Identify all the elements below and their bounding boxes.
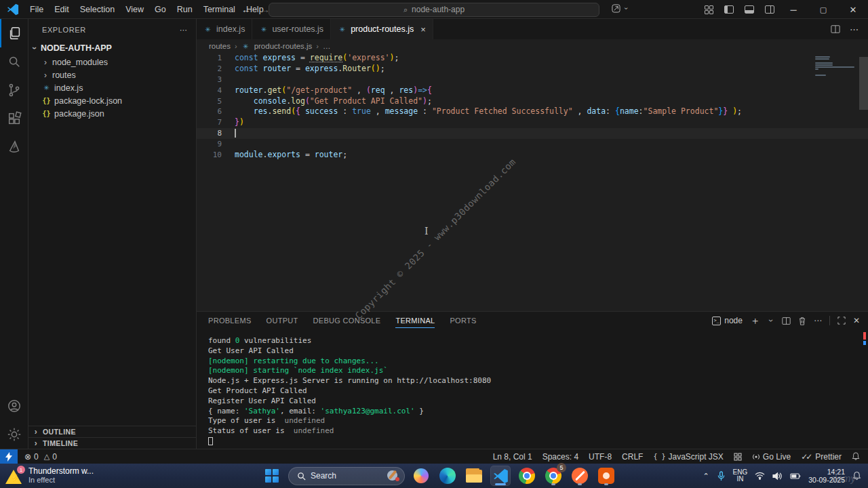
- editor-caret: [235, 129, 236, 138]
- start-button[interactable]: [262, 466, 282, 486]
- toggle-secondary-sidebar-icon[interactable]: [765, 5, 774, 14]
- problems-status[interactable]: ⊗ 0 △ 0: [18, 452, 57, 462]
- microphone-icon[interactable]: [717, 471, 726, 481]
- tray-chevron-up-icon[interactable]: ⌃: [703, 472, 709, 481]
- new-terminal-icon[interactable]: ＋: [750, 314, 760, 327]
- tab-index.js[interactable]: ✳index.js: [197, 19, 252, 39]
- chrome-badge: 5: [557, 463, 566, 472]
- file-tree-item[interactable]: {}package-lock.json: [28, 94, 196, 107]
- extension-grid-icon[interactable]: [734, 453, 742, 461]
- extensions-activity-icon[interactable]: [0, 104, 28, 133]
- chrome-profile2-taskbar-icon[interactable]: 5: [543, 466, 564, 486]
- command-center-search[interactable]: ⌕ node-auth-app: [269, 3, 599, 17]
- indent-indicator[interactable]: Spaces: 4: [542, 452, 578, 462]
- section-outline[interactable]: ›OUTLINE: [28, 426, 196, 437]
- editor-scrollbar[interactable]: [859, 57, 868, 110]
- explorer-activity-icon[interactable]: [0, 19, 28, 47]
- terminal-scrollbar[interactable]: [863, 332, 866, 345]
- remote-indicator[interactable]: [0, 449, 18, 464]
- weather-widget[interactable]: ⚡ 1 Thunderstorm w... In effect: [5, 464, 94, 488]
- file-tree-item[interactable]: ✳index.js: [28, 81, 196, 94]
- breadcrumb-item[interactable]: …: [323, 42, 331, 50]
- battery-icon[interactable]: [790, 472, 801, 480]
- panel-tab-debug-console[interactable]: DEBUG CONSOLE: [313, 313, 381, 328]
- split-terminal-icon[interactable]: [782, 317, 791, 325]
- maximize-button[interactable]: ▢: [808, 0, 838, 19]
- terminal-dropdown-icon[interactable]: ›: [766, 317, 776, 324]
- breadcrumb-item[interactable]: product-routes.js: [254, 42, 313, 50]
- language-indicator[interactable]: { } JavaScript JSX: [653, 452, 723, 462]
- menu-view[interactable]: View: [120, 5, 149, 14]
- menu-go[interactable]: Go: [149, 5, 172, 14]
- breadcrumb[interactable]: routes›✳product-routes.js›…: [197, 39, 868, 53]
- panel-tab-output[interactable]: OUTPUT: [267, 313, 298, 328]
- close-panel-icon[interactable]: ✕: [853, 316, 860, 325]
- search-activity-icon[interactable]: [0, 47, 28, 76]
- file-tree-item[interactable]: {}package.json: [28, 107, 196, 120]
- menu-edit[interactable]: Edit: [49, 5, 75, 14]
- go-live-button[interactable]: Go Live: [752, 452, 791, 462]
- settings-gear-icon[interactable]: [0, 420, 28, 449]
- chevron-right-icon: ›: [316, 42, 319, 50]
- menu-selection[interactable]: Selection: [75, 5, 120, 14]
- close-window-button[interactable]: ✕: [838, 0, 868, 19]
- copilot-taskbar-icon[interactable]: [411, 466, 431, 486]
- toggle-sidebar-icon[interactable]: [724, 5, 734, 14]
- toggle-panel-icon[interactable]: [745, 5, 754, 14]
- source-control-activity-icon[interactable]: [0, 76, 28, 104]
- section-label: OUTLINE: [43, 428, 76, 436]
- line-col-indicator[interactable]: Ln 8, Col 1: [493, 452, 532, 462]
- panel-more-icon[interactable]: ⋯: [814, 316, 822, 325]
- section-timeline[interactable]: ›TIMELINE: [28, 437, 196, 449]
- copilot-titlebar-button[interactable]: ›: [612, 4, 629, 13]
- close-tab-icon[interactable]: ×: [420, 24, 426, 35]
- shell-selector[interactable]: >_ node: [712, 316, 743, 325]
- taskbar-search[interactable]: Search: [288, 467, 405, 485]
- breadcrumb-item[interactable]: routes: [209, 42, 231, 50]
- workspace-root[interactable]: › NODE-AUTH-APP: [28, 41, 196, 56]
- explorer-more-icon[interactable]: ⋯: [180, 26, 188, 35]
- file-tree-item[interactable]: ›routes: [28, 68, 196, 81]
- split-editor-icon[interactable]: [831, 24, 840, 34]
- terminal-output[interactable]: found 0 vulnerabilitiesGet User API Call…: [197, 332, 859, 449]
- minimize-button[interactable]: ─: [778, 0, 808, 19]
- thunder-client-activity-icon[interactable]: [0, 133, 28, 161]
- tab-product-routes.js[interactable]: ✳product-routes.js×: [331, 19, 433, 39]
- code-editor[interactable]: 1const express = require('express');2con…: [197, 53, 868, 311]
- language-indicator[interactable]: ENGIN: [733, 469, 748, 483]
- customize-layout-icon[interactable]: [705, 5, 713, 14]
- speaker-icon[interactable]: [772, 472, 783, 481]
- panel-tab-problems[interactable]: PROBLEMS: [208, 313, 252, 328]
- snipping-tool-taskbar-icon[interactable]: [596, 466, 616, 486]
- tab-user-routes.js[interactable]: ✳user-routes.js: [252, 19, 331, 39]
- menu-terminal[interactable]: Terminal: [198, 5, 241, 14]
- menu-file[interactable]: File: [24, 5, 49, 14]
- postman-taskbar-icon[interactable]: [570, 466, 590, 486]
- minimap[interactable]: [815, 56, 857, 77]
- edge-taskbar-icon[interactable]: [437, 466, 458, 486]
- vscode-taskbar-icon[interactable]: [490, 466, 511, 486]
- notification-center-icon[interactable]: [852, 471, 861, 481]
- notifications-bell-icon[interactable]: [852, 452, 860, 461]
- editor-more-icon[interactable]: ⋯: [850, 24, 859, 35]
- terminal-line: Type of user is undefined: [208, 416, 859, 426]
- kill-terminal-icon[interactable]: [798, 317, 806, 325]
- file-tree-item[interactable]: ›node_modules: [28, 56, 196, 68]
- prettier-button[interactable]: ✓✓ Prettier: [801, 452, 842, 462]
- clock[interactable]: 14:21 30-09-2025: [808, 468, 845, 484]
- wifi-icon[interactable]: [755, 472, 765, 480]
- menu-run[interactable]: Run: [172, 5, 198, 14]
- code-text: console.log("Get Product API Called");: [235, 96, 432, 107]
- maximize-panel-icon[interactable]: [837, 317, 846, 325]
- eol-indicator[interactable]: CRLF: [622, 452, 643, 462]
- panel-tab-ports[interactable]: PORTS: [450, 313, 476, 328]
- chevron-right-icon: ›: [33, 427, 39, 436]
- tab-label: user-routes.js: [272, 24, 323, 34]
- panel-tab-terminal[interactable]: TERMINAL: [395, 313, 435, 328]
- chrome-taskbar-icon[interactable]: [517, 466, 537, 486]
- account-icon[interactable]: [0, 392, 28, 420]
- file-tree: ›node_modules›routes✳index.js{}package-l…: [28, 56, 196, 120]
- encoding-indicator[interactable]: UTF-8: [589, 452, 612, 462]
- back-arrow-icon[interactable]: ←: [241, 4, 251, 15]
- file-explorer-taskbar-icon[interactable]: [464, 466, 484, 486]
